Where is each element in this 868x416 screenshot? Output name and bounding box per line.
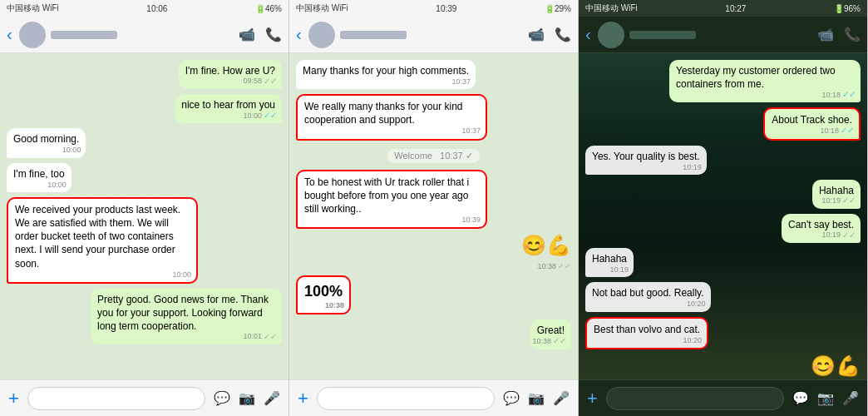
video-call-icon-3[interactable]: 📹 (817, 27, 834, 42)
video-call-icon-2[interactable]: 📹 (528, 27, 545, 42)
msg2-sent-great: Great! 10:38 ✓✓ (296, 319, 571, 349)
chat-header-2: ‹ 📹 📞 (289, 17, 578, 53)
add-button-3[interactable]: + (587, 388, 598, 409)
bubble2-sent-great: Great! 10:38 ✓✓ (530, 319, 571, 349)
chat-header-1: ‹ 📹 📞 (0, 17, 289, 53)
contact-name-2 (340, 31, 407, 39)
battery-2: 🔋29% (545, 4, 571, 13)
carrier-1: 中国移动 WiFi (7, 2, 59, 14)
camera-icon-1[interactable]: 📷 (239, 390, 255, 406)
bubble3-sent-2-highlighted: About Track shoe. 10:18 ✓✓ (763, 107, 861, 140)
bottom-bar-3: + 💬 📷 🎤 (579, 379, 867, 416)
header-icons-2: 📹 📞 (528, 27, 571, 42)
bubble3-sent-4: Can't say best. 10:19 ✓✓ (782, 214, 861, 243)
bubble-sent-1: I'm fine. How are U? 09:58 ✓✓ (179, 60, 282, 89)
back-button-1[interactable]: ‹ (7, 25, 12, 44)
avatar-3 (598, 22, 624, 48)
contact-info-1 (51, 31, 234, 39)
bubble2-recv-1: Many thanks for your high comments. 10:3… (296, 60, 476, 89)
emoji-sent-3: 😊💪 10:20 ✓✓ (811, 354, 861, 379)
mic-icon-1[interactable]: 🎤 (264, 390, 280, 406)
emoji-row-3: 😊💪 10:20 ✓✓ (585, 354, 861, 379)
header-icons-3: 📹 📞 (817, 27, 861, 42)
msg3-recv-3: Not bad but good. Really. 10:20 (585, 282, 861, 311)
bubble2-recv-100-highlighted: 100% 10:38 (296, 275, 351, 314)
carrier-2: 中国移动 WiFi (296, 2, 348, 14)
mic-icon-2[interactable]: 🎤 (553, 390, 570, 406)
bubble2-recv-2-highlighted: We really many thanks for your kind coop… (296, 94, 487, 140)
bottom-icons-2: 💬 📷 🎤 (503, 390, 570, 406)
avatar-2 (308, 22, 335, 48)
message-input-2[interactable] (317, 387, 495, 410)
status-bar-3: 中国移动 WiFi 10:27 🔋96% (579, 0, 867, 17)
bubble3-recv-3: Not bad but good. Really. 10:20 (585, 282, 711, 311)
msg3-recv-1: Yes. Your quality is best. 10:19 (585, 146, 861, 175)
header-icons-1: 📹 📞 (239, 27, 282, 42)
msg-sent-3: Pretty good. Good news for me. Thank you… (7, 289, 282, 345)
voice-call-icon-3[interactable]: 📞 (844, 27, 861, 42)
video-call-icon-1[interactable]: 📹 (239, 27, 255, 42)
msg3-recv-4: Best than volvo and cat. 10:20 (585, 317, 861, 349)
msg-recv-1: Good morning. 10:00 (7, 128, 282, 157)
msg3-recv-2: Hahaha 10:19 (585, 248, 861, 277)
chat-header-3: ‹ 📹 📞 (579, 17, 867, 53)
bubble-sent-2: nice to hear from you 10:00 ✓✓ (175, 94, 282, 123)
sticker-icon-3[interactable]: 💬 (792, 390, 809, 406)
add-button-2[interactable]: + (298, 388, 308, 409)
contact-info-2 (340, 31, 523, 39)
avatar-1 (19, 22, 46, 48)
time-2: 10:39 (436, 4, 456, 13)
camera-icon-3[interactable]: 📷 (817, 390, 834, 406)
status-bar-2: 中国移动 WiFi 10:39 🔋29% (289, 0, 578, 17)
contact-info-3 (629, 31, 812, 39)
bubble3-sent-1: Yesterday my customer ordered two contai… (669, 60, 861, 102)
message-input-1[interactable] (27, 387, 205, 410)
msg2-recv-3: To be honest with Ur track roller that i… (296, 170, 571, 230)
bubble-recv-1: Good morning. 10:00 (7, 128, 86, 157)
msg-recv-2: I'm fine, too 10:00 (7, 163, 282, 192)
bottom-bar-1: + 💬 📷 🎤 (0, 379, 289, 416)
sticker-icon-1[interactable]: 💬 (214, 390, 230, 406)
battery-1: 🔋46% (255, 4, 282, 13)
msg2-recv-2: We really many thanks for your kind coop… (296, 94, 571, 140)
emoji-sent-2: 😊💪 10:38 ✓✓ (521, 234, 571, 270)
bubble-recv-3-highlighted: We received your products last week. We … (7, 197, 198, 284)
bubble3-recv-1: Yes. Your quality is best. 10:19 (585, 146, 707, 175)
bubble3-recv-4-highlighted: Best than volvo and cat. 10:20 (585, 317, 708, 349)
battery-3: 🔋96% (834, 4, 861, 13)
phone-panel-1: 中国移动 WiFi 10:06 🔋46% ‹ 📹 📞 I'm fine. How… (0, 0, 289, 416)
bubble2-recv-3-highlighted: To be honest with Ur track roller that i… (296, 170, 487, 230)
bubble-sent-3: Pretty good. Good news for me. Thank you… (91, 289, 282, 345)
time-3: 10:27 (725, 4, 746, 13)
back-button-3[interactable]: ‹ (585, 25, 591, 44)
message-input-3[interactable] (606, 387, 784, 410)
carrier-3: 中国移动 WiFi (585, 2, 638, 14)
phone-panel-2: 中国移动 WiFi 10:39 🔋29% ‹ 📹 📞 Many thanks f… (289, 0, 579, 416)
bubble3-recv-2: Hahaha 10:19 (585, 248, 634, 277)
bubble-recv-2: I'm fine, too 10:00 (7, 163, 72, 192)
status-bar-1: 中国移动 WiFi 10:06 🔋46% (0, 0, 289, 17)
msg3-sent-4: Can't say best. 10:19 ✓✓ (585, 214, 861, 243)
chat-area-3: Yesterday my customer ordered two contai… (579, 53, 867, 379)
msg-recv-3: We received your products last week. We … (7, 197, 282, 284)
msg3-sent-1: Yesterday my customer ordered two contai… (585, 60, 861, 102)
time-1: 10:06 (146, 4, 167, 13)
voice-call-icon-1[interactable]: 📞 (265, 27, 282, 42)
add-button-1[interactable]: + (8, 388, 19, 409)
bottom-icons-3: 💬 📷 🎤 (792, 390, 859, 406)
back-button-2[interactable]: ‹ (296, 25, 302, 44)
contact-name-1 (51, 31, 117, 39)
msg3-sent-3: Hahaha 10:19 ✓✓ (585, 180, 861, 209)
msg2-recv-100: 100% 10:38 (296, 275, 571, 314)
msg-sent-2: nice to hear from you 10:00 ✓✓ (7, 94, 282, 123)
voice-call-icon-2[interactable]: 📞 (555, 27, 571, 42)
sticker-icon-2[interactable]: 💬 (503, 390, 520, 406)
phone-panel-3: 中国移动 WiFi 10:27 🔋96% ‹ 📹 📞 Yesterday my … (579, 0, 868, 416)
chat-area-2: Many thanks for your high comments. 10:3… (289, 53, 578, 379)
camera-icon-2[interactable]: 📷 (528, 390, 545, 406)
msg3-sent-2: About Track shoe. 10:18 ✓✓ (585, 107, 861, 140)
mic-icon-3[interactable]: 🎤 (842, 390, 859, 406)
center-label-welcome: Welcome 10:37 ✓ (387, 149, 479, 163)
bottom-bar-2: + 💬 📷 🎤 (289, 379, 578, 416)
chat-area-1: I'm fine. How are U? 09:58 ✓✓ nice to he… (0, 53, 289, 379)
